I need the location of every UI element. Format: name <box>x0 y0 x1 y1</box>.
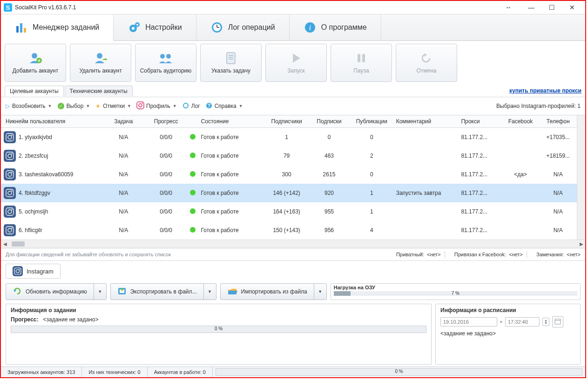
table-row[interactable]: 4. fbktdfzggvN/A0/0/0Готов к работе146 (… <box>1 184 577 202</box>
users-icon <box>158 52 173 65</box>
time-spinner[interactable]: ▲▼ <box>542 318 549 326</box>
cell-state: Готов к работе <box>199 184 264 202</box>
col-progress[interactable]: Прогресс <box>146 115 186 128</box>
cell-followers: 300 <box>264 165 309 184</box>
export-button[interactable]: Экспортировать в файл... ▼ <box>110 283 216 300</box>
resize-horizontal-icon[interactable]: ↔ <box>505 4 512 11</box>
refresh-icon <box>13 287 22 297</box>
cell-posts: 0 <box>349 128 394 147</box>
buy-proxy-link[interactable]: купить приватные прокси <box>509 87 581 94</box>
selected-count: Выбрано Instagram-профилей: 1 <box>496 103 581 109</box>
col-posts[interactable]: Публикации <box>349 115 394 128</box>
chevron-down-icon[interactable]: ▼ <box>94 284 106 300</box>
col-phone[interactable]: Телефон <box>539 115 577 128</box>
table-row[interactable]: 1. ytyaxikjvbdN/A0/0/0Готов к работе1008… <box>1 128 577 147</box>
table-row[interactable]: 2. zbezsfcujN/A0/0/0Готов к работе794632… <box>1 147 577 165</box>
cell-proxy: 81.177.2... <box>459 221 501 240</box>
pause-button[interactable]: Пауза <box>331 44 392 82</box>
horizontal-scrollbar[interactable]: ◀▶ <box>1 240 585 248</box>
cell-phone: N/A <box>539 184 577 202</box>
delete-account-button[interactable]: Удалить аккаунт <box>70 44 131 82</box>
svg-point-29 <box>184 104 188 107</box>
subtab-tech-accounts[interactable]: Технические аккаунты <box>65 86 133 96</box>
tab-about[interactable]: i О программе <box>290 14 381 40</box>
close-button[interactable]: ✕ <box>562 1 582 14</box>
button-label: Собрать аудиторию <box>140 67 192 74</box>
tab-settings[interactable]: Настройки <box>114 14 196 40</box>
cell-proxy: 81.177.2... <box>459 128 501 147</box>
import-icon <box>227 287 237 297</box>
nickname: 6. hflicgilr <box>19 227 42 233</box>
col-following[interactable]: Подписки <box>309 115 349 128</box>
cell-followers: 1 <box>264 128 309 147</box>
table-row[interactable]: 6. hflicgilrN/A0/0/0Готов к работе150 (+… <box>1 221 577 240</box>
ram-bar: 7 % <box>334 291 577 296</box>
cell-phone: N/A <box>539 221 577 240</box>
cell-proxy: 81.177.2... <box>459 202 501 221</box>
cell-task: N/A <box>101 202 146 221</box>
svg-point-34 <box>11 134 12 135</box>
chevron-down-icon[interactable]: ▼ <box>314 284 326 300</box>
cell-followers: 150 (+143) <box>264 221 309 240</box>
col-comment[interactable]: Комментарий <box>394 115 460 128</box>
table-row[interactable]: 3. tashestakova60059N/A0/0/0Готов к рабо… <box>1 165 577 184</box>
cell-phone: +17035... <box>539 128 577 147</box>
list-toolbar: ▷Возобновить▼ ✓Выбор▼ ★Отметки▼ Профиль▼… <box>1 97 585 115</box>
cell-posts: 1 <box>349 202 394 221</box>
profile-menu[interactable]: Профиль▼ <box>137 102 177 110</box>
svg-rect-41 <box>6 189 14 197</box>
col-facebook[interactable]: Facebook <box>502 115 540 128</box>
select-menu[interactable]: ✓Выбор▼ <box>58 103 90 109</box>
button-label: Указать задачу <box>211 67 250 74</box>
cell-proxy: 81.177.2... <box>459 165 501 184</box>
button-label: Пауза <box>353 67 369 74</box>
col-proxy[interactable]: Прокси <box>459 115 501 128</box>
svg-rect-44 <box>6 208 14 215</box>
chevron-down-icon[interactable]: ▼ <box>203 284 216 300</box>
instagram-small-icon <box>137 102 144 110</box>
col-nickname[interactable]: Никнейм пользователя <box>1 115 101 128</box>
svg-point-45 <box>8 210 12 213</box>
svg-point-39 <box>8 173 12 176</box>
cell-task: N/A <box>101 221 146 240</box>
svg-point-26 <box>139 104 142 107</box>
help-menu[interactable]: ?Справка▼ <box>206 102 243 110</box>
subtab-target-accounts[interactable]: Целевые аккаунты <box>5 86 64 96</box>
cell-progress: 0/0/0 <box>146 221 186 240</box>
col-state[interactable]: Состояние <box>199 115 264 128</box>
col-task[interactable]: Задача <box>101 115 146 128</box>
cell-followers: 146 (+142) <box>264 184 309 202</box>
collect-audience-button[interactable]: Собрать аудиторию <box>135 44 196 82</box>
instagram-icon <box>4 206 16 218</box>
cell-posts: 4 <box>349 221 394 240</box>
set-task-button[interactable]: Указать задачу <box>200 44 262 82</box>
calendar-button[interactable] <box>552 316 563 327</box>
start-button[interactable]: Запуск <box>265 44 327 82</box>
tab-label: О программе <box>321 23 367 32</box>
calendar-dropdown-icon[interactable]: ▾ <box>500 320 502 324</box>
tab-task-manager[interactable]: Менеджер заданий <box>1 14 114 41</box>
schedule-time-input[interactable] <box>505 317 540 327</box>
cell-state: Готов к работе <box>199 165 264 184</box>
resume-menu[interactable]: ▷Возобновить▼ <box>6 103 52 109</box>
log-menu[interactable]: Лог <box>182 102 200 110</box>
instagram-icon <box>4 224 16 236</box>
import-button[interactable]: Импортировать из файла ▼ <box>220 283 327 300</box>
cancel-button[interactable]: Отмена <box>396 44 457 82</box>
refresh-info-button[interactable]: Обновить информацию ▼ <box>6 283 107 300</box>
minimize-button[interactable]: — <box>521 1 541 14</box>
svg-point-36 <box>8 154 12 158</box>
schedule-date-input[interactable] <box>440 317 497 327</box>
svg-rect-50 <box>14 268 21 274</box>
cell-comment <box>394 165 460 184</box>
account-subtabs: Целевые аккаунты Технические аккаунты ку… <box>1 85 585 97</box>
vertical-scrollbar[interactable] <box>577 115 585 240</box>
marks-menu[interactable]: ★Отметки▼ <box>95 103 131 109</box>
table-row[interactable]: 5. ochjmsljhN/A0/0/0Готов к работе164 (+… <box>1 202 577 221</box>
svg-rect-32 <box>6 133 14 141</box>
tab-instagram[interactable]: Instagram <box>6 264 61 279</box>
maximize-button[interactable]: ☐ <box>541 1 562 14</box>
tab-log[interactable]: Лог операций <box>196 14 290 40</box>
add-account-button[interactable]: + Добавить аккаунт <box>5 44 66 82</box>
col-followers[interactable]: Подписчики <box>264 115 309 128</box>
